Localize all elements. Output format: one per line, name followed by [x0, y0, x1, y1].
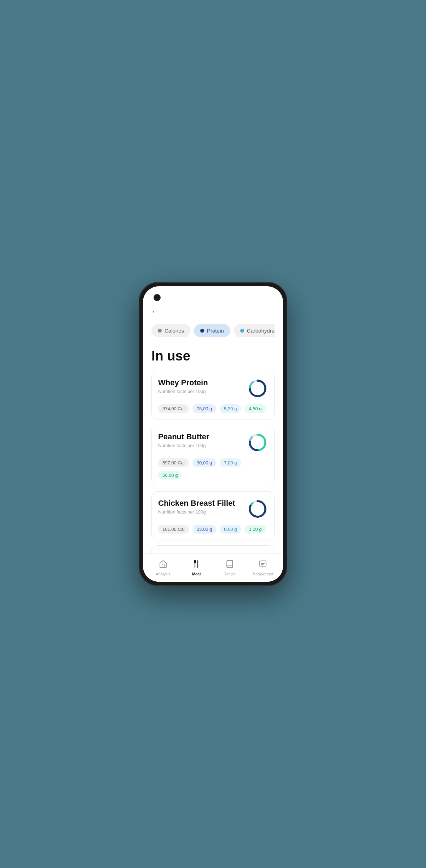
food-card-header: Beef Tenderloin Nutrition facts per 100g — [158, 553, 268, 553]
nav-label-recipe: Recipe — [224, 572, 236, 576]
stat-carb: 5,30 g — [220, 404, 241, 413]
food-stats: 597,00 Cal 30,00 g 7,00 g 50,00 g — [158, 458, 268, 480]
stat-fat: 50,00 g — [158, 471, 182, 480]
meal-icon — [192, 560, 201, 570]
stat-fat: 4,50 g — [244, 404, 266, 413]
food-name: Beef Tenderloin — [158, 553, 217, 553]
food-stats: 374,00 Cal 78,00 g 5,30 g 4,50 g — [158, 404, 268, 413]
stat-protein: 78,00 g — [192, 404, 216, 413]
food-card[interactable]: Beef Tenderloin Nutrition facts per 100g… — [151, 545, 275, 553]
screen-content: ← Calories Protein Carbohydrates In use — [143, 286, 283, 553]
food-subtitle: Nutrition facts per 100g — [158, 389, 208, 394]
nav-label-bodyweight: Bodyweight — [253, 572, 273, 576]
phone-screen: ← Calories Protein Carbohydrates In use — [143, 286, 283, 582]
food-name: Peanut Butter — [158, 432, 209, 441]
donut-chart — [247, 378, 268, 399]
stat-calories: 597,00 Cal — [158, 458, 189, 467]
stat-carb: 0,00 g — [220, 525, 241, 534]
nav-item-meal[interactable]: Meal — [186, 560, 207, 576]
donut-chart — [247, 499, 268, 519]
nav-item-analysis[interactable]: Analysis — [152, 560, 174, 576]
food-card[interactable]: Whey Protein Nutrition facts per 100g 37… — [151, 371, 275, 420]
filter-chip-carbohydrates[interactable]: Carbohydrates — [234, 324, 275, 337]
camera-dot — [154, 294, 161, 301]
carbohydrates-dot — [240, 329, 244, 333]
food-info: Chicken Breast Fillet Nutrition facts pe… — [158, 499, 235, 515]
nav-label-meal: Meal — [192, 572, 201, 576]
filter-chip-calories[interactable]: Calories — [151, 324, 190, 337]
food-subtitle: Nutrition facts per 100g — [158, 509, 235, 515]
protein-dot — [200, 329, 204, 333]
food-name: Whey Protein — [158, 378, 208, 387]
stat-protein: 23,00 g — [192, 525, 216, 534]
nav-item-bodyweight[interactable]: Bodyweight — [252, 560, 274, 576]
section-title: In use — [151, 348, 275, 364]
food-info: Beef Tenderloin Nutrition facts per 100g — [158, 553, 217, 553]
nav-label-analysis: Analysis — [156, 572, 171, 576]
bottom-nav: Analysis Meal Recipe Bodyweight — [143, 553, 283, 582]
food-card-header: Whey Protein Nutrition facts per 100g — [158, 378, 268, 399]
stat-carb: 7,00 g — [220, 458, 241, 467]
food-info: Whey Protein Nutrition facts per 100g — [158, 378, 208, 394]
filter-chip-protein[interactable]: Protein — [194, 324, 230, 337]
filter-label-carbohydrates: Carbohydrates — [247, 328, 275, 334]
phone-frame: ← Calories Protein Carbohydrates In use — [139, 282, 287, 586]
stat-calories: 374,00 Cal — [158, 404, 189, 413]
food-card-header: Chicken Breast Fillet Nutrition facts pe… — [158, 499, 268, 519]
food-card-header: Peanut Butter Nutrition facts per 100g — [158, 432, 268, 453]
food-list: Whey Protein Nutrition facts per 100g 37… — [151, 371, 275, 553]
back-arrow-icon: ← — [151, 307, 159, 316]
filter-label-calories: Calories — [165, 328, 184, 334]
food-card[interactable]: Chicken Breast Fillet Nutrition facts pe… — [151, 491, 275, 540]
filter-row: Calories Protein Carbohydrates — [151, 324, 275, 339]
food-card[interactable]: Peanut Butter Nutrition facts per 100g 5… — [151, 425, 275, 486]
food-info: Peanut Butter Nutrition facts per 100g — [158, 432, 209, 448]
nav-item-recipe[interactable]: Recipe — [219, 560, 240, 576]
stat-calories: 101,00 Cal — [158, 525, 189, 534]
analysis-icon — [159, 560, 167, 570]
food-name: Chicken Breast Fillet — [158, 499, 235, 508]
recipe-icon — [225, 560, 234, 570]
stat-fat: 1,00 g — [244, 525, 266, 534]
filter-label-protein: Protein — [207, 328, 224, 334]
stat-protein: 30,00 g — [192, 458, 216, 467]
bodyweight-icon — [259, 560, 267, 570]
back-button[interactable]: ← — [151, 307, 275, 316]
donut-chart — [247, 553, 268, 553]
calories-dot — [158, 329, 162, 333]
food-subtitle: Nutrition facts per 100g — [158, 443, 209, 448]
food-stats: 101,00 Cal 23,00 g 0,00 g 1,00 g — [158, 525, 268, 534]
donut-chart — [247, 432, 268, 453]
